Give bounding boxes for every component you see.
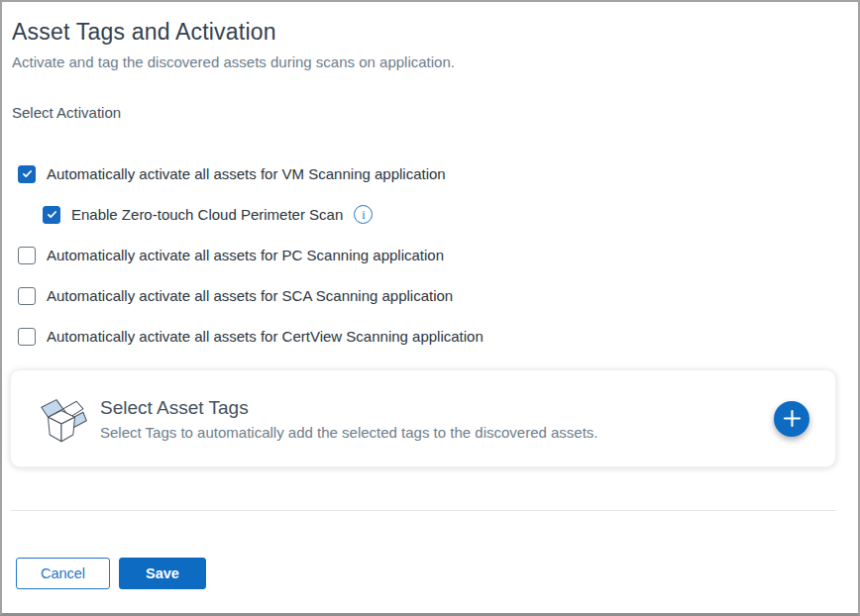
checkbox-unchecked[interactable] [18,287,36,305]
checkbox-unchecked[interactable] [18,328,36,346]
activation-option-row: Enable Zero-touch Cloud Perimeter Scani [43,205,836,224]
card-description: Select Tags to automatically add the sel… [100,424,598,442]
page-title: Asset Tags and Activation [12,18,836,46]
info-icon[interactable]: i [354,205,373,224]
plus-icon [783,409,802,428]
save-button[interactable]: Save [119,558,206,589]
checkbox-unchecked[interactable] [18,247,36,264]
option-label: Enable Zero-touch Cloud Perimeter Scan [71,205,343,224]
page-subtitle: Activate and tag the discovered assets d… [12,53,836,71]
asset-tags-card: Select Asset Tags Select Tags to automat… [10,369,836,467]
settings-panel: Asset Tags and Activation Activate and t… [0,0,860,616]
activation-option-row: Automatically activate all assets for PC… [18,246,836,264]
option-label: Automatically activate all assets for SC… [47,286,453,305]
activation-option-row: Automatically activate all assets for Ce… [18,327,836,346]
section-label: Select Activation [12,104,836,122]
footer-actions: Cancel Save [16,558,836,589]
activation-option-row: Automatically activate all assets for SC… [18,286,836,305]
activation-option-row: Automatically activate all assets for VM… [18,164,836,183]
open-box-icon [35,394,88,444]
add-asset-tags-button[interactable] [774,401,809,437]
option-label: Automatically activate all assets for Ce… [47,327,484,346]
activation-options: Automatically activate all assets for VM… [12,164,836,346]
checkbox-checked[interactable] [18,165,36,183]
option-label: Automatically activate all assets for PC… [47,246,444,264]
cancel-button[interactable]: Cancel [16,558,110,589]
card-title: Select Asset Tags [100,396,598,419]
option-label: Automatically activate all assets for VM… [47,164,446,183]
checkbox-checked[interactable] [43,206,60,224]
divider [10,510,836,511]
